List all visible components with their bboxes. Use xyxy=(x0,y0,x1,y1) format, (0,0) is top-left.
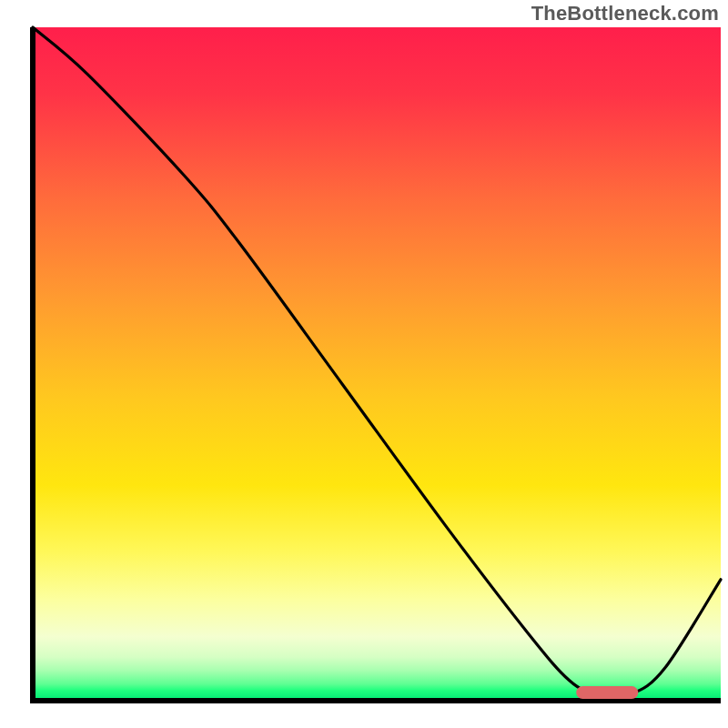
bottleneck-chart xyxy=(0,0,728,728)
optimal-range-marker xyxy=(576,686,638,699)
plot-background xyxy=(33,27,721,701)
chart-container: TheBottleneck.com xyxy=(0,0,728,728)
